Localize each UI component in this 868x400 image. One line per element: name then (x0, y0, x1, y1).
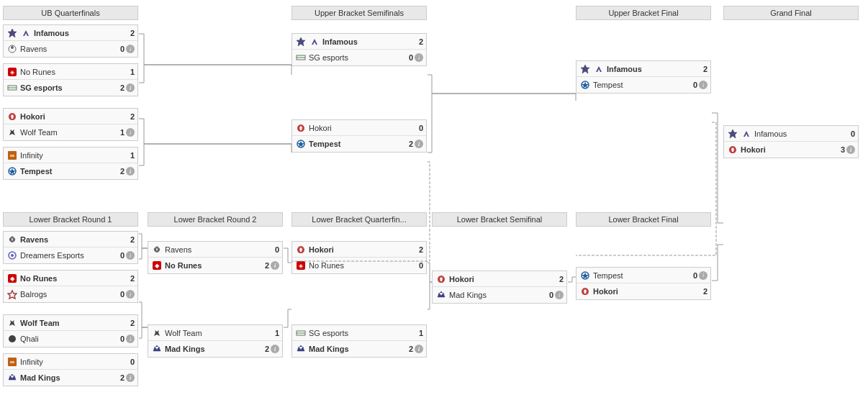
team-row: Ravens 2 (4, 232, 137, 247)
team-row: SG esports 1 (292, 325, 426, 341)
hokori-icon (727, 144, 738, 155)
team-score: 0 (125, 358, 135, 366)
wolfteam-icon (6, 127, 18, 138)
ravens-icon (6, 234, 18, 245)
lb-quarterfinals-column: Lower Bracket Quarterfin... Hokori 2 ◈ N… (291, 212, 427, 360)
team-name: Mad Kings (449, 291, 541, 299)
team-name: No Runes (20, 274, 122, 283)
match-lbf1: Tempest 0 i Hokori 2 (576, 267, 711, 300)
hokori-icon (579, 286, 591, 297)
info-icon[interactable]: i (126, 251, 135, 260)
team-score: 2 (413, 37, 423, 46)
team-row: ◈ No Runes 2 i (148, 258, 282, 273)
info-icon[interactable]: i (415, 53, 423, 62)
team-score: 2 (403, 345, 413, 353)
info-icon[interactable]: i (415, 345, 423, 353)
team-score: 0 (403, 53, 413, 62)
wolfteam-icon (6, 317, 18, 329)
team-row: Mad Kings 0 i (433, 287, 566, 303)
infamous-icon2 (593, 63, 605, 75)
team-name: Mad Kings (20, 373, 112, 382)
info-icon[interactable]: i (126, 83, 135, 92)
team-score: 2 (125, 29, 135, 37)
sgesports-icon (295, 52, 307, 63)
infinity-icon: ∞ (6, 150, 18, 161)
ub-quarterfinals-label: UB Quarterfinals (3, 6, 138, 20)
team-score: 3 (835, 145, 845, 154)
madkings-icon (151, 343, 163, 355)
hokori-icon (295, 244, 307, 255)
infinity-icon: ∞ (6, 356, 18, 368)
svg-point-18 (11, 254, 14, 257)
tempest-icon (6, 165, 18, 177)
info-icon[interactable]: i (555, 291, 564, 299)
team-row: Infamous 2 (4, 25, 137, 41)
match-ubq3: Hokori 2 Wolf Team 1 i (3, 108, 138, 141)
team-row: Tempest 0 i (577, 268, 710, 283)
team-name: Tempest (309, 140, 401, 148)
team-row: ◈ No Runes 1 (4, 64, 137, 80)
info-icon[interactable]: i (846, 145, 855, 154)
team-row: Mad Kings 2 i (4, 370, 137, 386)
infamous-icon2 (741, 128, 752, 140)
team-score: 1 (125, 68, 135, 76)
team-row: Hokori 2 (4, 109, 137, 124)
svg-point-21 (9, 335, 16, 342)
team-score: 0 (687, 81, 697, 89)
team-row: Ravens 0 (148, 242, 282, 258)
ub-semifinals-column: Upper Bracket Semifinals Infamous 2 SG e… (291, 6, 427, 155)
ub-final-column: Upper Bracket Final Infamous 2 Tempest 0… (576, 6, 711, 96)
norunes-icon: ◈ (6, 273, 18, 284)
team-name: Hokori (593, 287, 695, 296)
info-icon[interactable]: i (126, 290, 135, 299)
team-name: Hokori (449, 275, 551, 283)
ub-final-label: Upper Bracket Final (576, 6, 711, 20)
team-name: Infamous (34, 29, 122, 37)
info-icon[interactable]: i (126, 167, 135, 176)
team-row: SG esports 2 i (4, 80, 137, 96)
madkings-icon (435, 289, 447, 301)
team-row: Infamous 2 (577, 61, 710, 77)
team-row: ∞ Infinity 0 (4, 354, 137, 370)
info-icon[interactable]: i (126, 128, 135, 137)
team-name: Hokori (20, 112, 122, 121)
team-score: 0 (114, 45, 125, 53)
svg-text:∞: ∞ (10, 152, 15, 159)
info-icon[interactable]: i (415, 140, 423, 148)
team-score: 1 (269, 329, 279, 337)
info-icon[interactable]: i (126, 45, 135, 53)
info-icon[interactable]: i (699, 271, 707, 280)
match-ubf1: Infamous 2 Tempest 0 i (576, 60, 711, 94)
info-icon[interactable]: i (271, 345, 279, 353)
team-row: Wolf Team 1 i (4, 124, 137, 140)
match-ubq1: Infamous 2 Ravens 0 i (3, 24, 138, 58)
team-name: Mad Kings (309, 345, 401, 353)
lb-quarterfinals-label: Lower Bracket Quarterfin... (291, 212, 427, 227)
svg-text:◈: ◈ (9, 276, 15, 282)
norunes-icon: ◈ (295, 260, 307, 271)
team-score: 2 (125, 319, 135, 327)
team-name: No Runes (309, 261, 411, 270)
match-gf1: Infamous 0 Hokori 3 i (723, 125, 859, 158)
tempest-icon (295, 138, 307, 150)
balrogs-icon (6, 288, 18, 300)
match-ubs1: Infamous 2 SG esports 0 i (291, 33, 427, 66)
team-row: Hokori 3 i (724, 142, 858, 158)
team-row: Tempest 2 i (4, 163, 137, 179)
wolfteam-icon (151, 327, 163, 339)
infamous-icon2 (20, 27, 32, 39)
team-score: 0 (543, 291, 553, 299)
lb-round2-column: Lower Bracket Round 2 Ravens 0 ◈ No Rune… (148, 212, 283, 360)
info-icon[interactable]: i (126, 373, 135, 382)
svg-text:◈: ◈ (299, 263, 304, 269)
lb-semifinal-column: Lower Bracket Semifinal Hokori 2 Mad Kin… (432, 212, 567, 306)
team-name: Infamous (754, 129, 843, 138)
norunes-icon: ◈ (151, 260, 163, 271)
team-name: Balrogs (20, 290, 112, 299)
info-icon[interactable]: i (126, 335, 135, 343)
info-icon[interactable]: i (699, 81, 707, 89)
team-row: Dreamers Esports 0 i (4, 247, 137, 263)
infamous-icon (579, 63, 591, 75)
team-score: 2 (114, 167, 125, 176)
info-icon[interactable]: i (271, 261, 279, 270)
